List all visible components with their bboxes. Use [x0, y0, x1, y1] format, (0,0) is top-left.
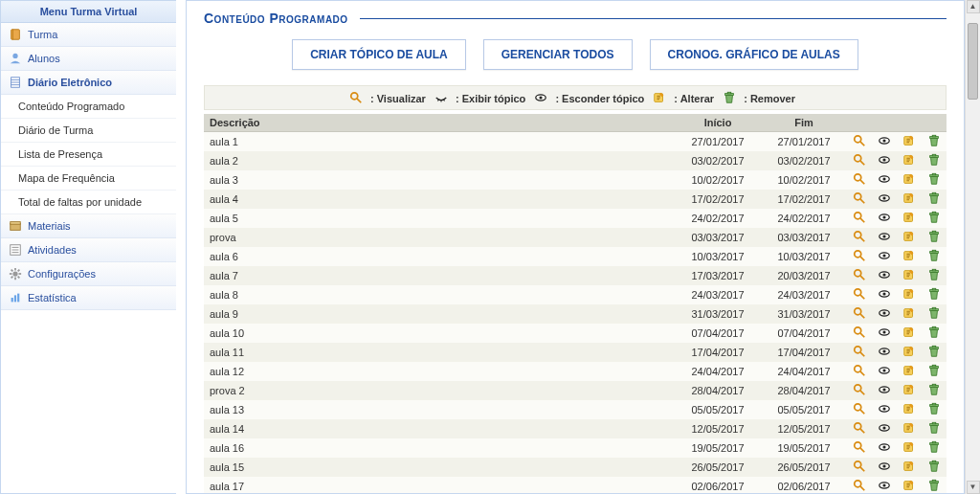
remover-icon[interactable] [927, 211, 941, 224]
esconder-icon[interactable] [878, 421, 891, 435]
table-row: aula 610/03/201710/03/2017 [204, 247, 947, 266]
esconder-icon[interactable] [878, 364, 891, 377]
visualizar-icon[interactable] [853, 230, 866, 243]
gerenciar-todos-button[interactable]: GERENCIAR TODOS [483, 39, 633, 70]
alterar-icon[interactable] [902, 249, 916, 262]
sidebar-item-turma[interactable]: Turma [1, 23, 176, 47]
visualizar-icon[interactable] [853, 153, 866, 167]
alterar-icon[interactable] [902, 230, 916, 243]
alterar-icon[interactable] [902, 268, 916, 281]
sidebar-subitem-di-rio-de-turma[interactable]: Diário de Turma [1, 119, 176, 143]
sidebar-item-atividades[interactable]: Atividades [1, 238, 176, 262]
visualizar-icon[interactable] [853, 479, 866, 492]
alterar-icon[interactable] [902, 479, 916, 492]
remover-icon[interactable] [927, 479, 941, 492]
remover-icon[interactable] [927, 153, 941, 167]
scroll-thumb[interactable] [968, 23, 978, 100]
scroll-down-arrow-icon[interactable]: ▼ [967, 481, 980, 494]
visualizar-icon[interactable] [853, 364, 866, 377]
sidebar-item-alunos[interactable]: Alunos [1, 47, 176, 71]
alterar-icon[interactable] [902, 364, 916, 377]
remover-icon[interactable] [927, 172, 941, 186]
remover-icon[interactable] [927, 440, 941, 454]
alterar-icon[interactable] [902, 211, 916, 224]
sidebar-subitem-lista-de-presen-a[interactable]: Lista de Presença [1, 143, 176, 167]
sidebar-subitem-mapa-de-frequ-ncia[interactable]: Mapa de Frequência [1, 167, 176, 191]
alterar-icon[interactable] [902, 153, 916, 167]
sidebar-item-di-rio-eletr-nico[interactable]: Diário Eletrônico [1, 71, 176, 95]
remover-icon[interactable] [927, 326, 941, 339]
visualizar-icon[interactable] [853, 172, 866, 186]
sidebar-item-estat-stica[interactable]: Estatística [1, 286, 176, 310]
alterar-icon[interactable] [902, 326, 916, 339]
visualizar-icon[interactable] [853, 345, 866, 358]
cell-inicio: 24/03/2017 [675, 285, 761, 304]
esconder-icon[interactable] [878, 191, 891, 205]
alterar-icon[interactable] [902, 421, 916, 435]
visualizar-icon[interactable] [853, 326, 866, 339]
alterar-icon[interactable] [902, 172, 916, 186]
visualizar-icon[interactable] [853, 402, 866, 415]
sidebar-item-materiais[interactable]: Materiais [1, 214, 176, 238]
esconder-icon[interactable] [878, 326, 891, 339]
sidebar-subitem-total-de-faltas-por-unidade[interactable]: Total de faltas por unidade [1, 191, 176, 214]
remover-icon[interactable] [927, 287, 941, 301]
visualizar-icon[interactable] [853, 383, 866, 396]
remover-icon[interactable] [927, 345, 941, 358]
esconder-icon[interactable] [878, 345, 891, 358]
visualizar-icon[interactable] [853, 191, 866, 205]
visualizar-icon[interactable] [853, 287, 866, 301]
esconder-icon[interactable] [878, 230, 891, 243]
remover-icon[interactable] [927, 249, 941, 262]
visualizar-icon[interactable] [853, 460, 866, 473]
esconder-icon[interactable] [878, 153, 891, 167]
alterar-icon[interactable] [902, 460, 916, 473]
visualizar-icon[interactable] [853, 440, 866, 454]
alterar-icon[interactable] [902, 383, 916, 396]
esconder-icon[interactable] [878, 440, 891, 454]
esconder-icon[interactable] [878, 460, 891, 473]
alterar-icon[interactable] [902, 402, 916, 415]
esconder-icon[interactable] [878, 172, 891, 186]
alterar-icon[interactable] [902, 440, 916, 454]
esconder-icon[interactable] [878, 479, 891, 492]
remover-icon[interactable] [927, 402, 941, 415]
gear-icon [9, 267, 22, 281]
visualizar-icon[interactable] [853, 134, 866, 147]
visualizar-icon[interactable] [853, 211, 866, 224]
esconder-icon[interactable] [878, 306, 891, 320]
esconder-icon[interactable] [878, 268, 891, 281]
remover-icon[interactable] [927, 230, 941, 243]
visualizar-icon[interactable] [853, 268, 866, 281]
remover-icon[interactable] [927, 460, 941, 473]
esconder-icon[interactable] [878, 287, 891, 301]
legend-visualizar: : Visualizar [370, 93, 426, 104]
remover-icon[interactable] [927, 383, 941, 396]
scroll-track[interactable] [966, 13, 980, 481]
esconder-icon[interactable] [878, 402, 891, 415]
criar-topico-button[interactable]: CRIAR TÓPICO DE AULA [292, 39, 466, 70]
alterar-icon[interactable] [902, 345, 916, 358]
esconder-icon[interactable] [878, 134, 891, 147]
remover-icon[interactable] [927, 306, 941, 320]
vertical-scrollbar[interactable]: ▲ ▼ [965, 0, 980, 494]
alterar-icon[interactable] [902, 306, 916, 320]
scroll-up-arrow-icon[interactable]: ▲ [967, 0, 980, 13]
sidebar-subitem-conte-do-programado[interactable]: Conteúdo Programado [1, 95, 176, 119]
esconder-icon[interactable] [878, 211, 891, 224]
visualizar-icon[interactable] [853, 421, 866, 435]
remover-icon[interactable] [927, 421, 941, 435]
visualizar-icon[interactable] [853, 249, 866, 262]
remover-icon[interactable] [927, 268, 941, 281]
esconder-icon[interactable] [878, 383, 891, 396]
visualizar-icon[interactable] [853, 306, 866, 320]
cronog-grafico-button[interactable]: CRONOG. GRÁFICO DE AULAS [650, 39, 858, 70]
remover-icon[interactable] [927, 191, 941, 205]
remover-icon[interactable] [927, 134, 941, 147]
alterar-icon[interactable] [902, 287, 916, 301]
esconder-icon[interactable] [878, 249, 891, 262]
remover-icon[interactable] [927, 364, 941, 377]
alterar-icon[interactable] [902, 134, 916, 147]
sidebar-item-configura-es[interactable]: Configurações [1, 262, 176, 286]
alterar-icon[interactable] [902, 191, 916, 205]
